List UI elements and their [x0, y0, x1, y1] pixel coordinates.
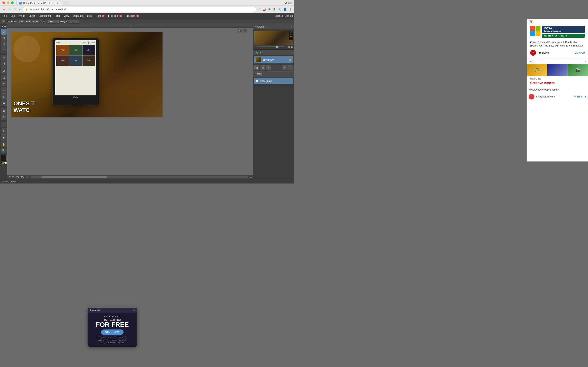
freebies-badge: 2: [136, 15, 139, 17]
scroll-right-button[interactable]: ▶: [250, 176, 251, 179]
signup-link[interactable]: Sign up: [285, 15, 293, 17]
clone-tool[interactable]: ⎘: [1, 94, 7, 100]
layer-fx-button[interactable]: ✦: [266, 66, 271, 70]
minimize-button[interactable]: [7, 1, 9, 4]
toolbox-nav: ◀ ▶: [1, 25, 6, 28]
menu-free-tool[interactable]: Free Tool 1: [107, 14, 124, 18]
layers-close[interactable]: ×: [291, 50, 292, 54]
swatch-white[interactable]: [5, 162, 7, 163]
browser-tab[interactable]: P Online Photo Editor | Pixlr Edit... ×: [16, 1, 61, 5]
layer-name: Background: [263, 58, 287, 61]
swatch-black[interactable]: [1, 162, 2, 163]
car-icon-button[interactable]: 🚗: [262, 7, 267, 12]
menu-freebies[interactable]: Freebies 2: [124, 14, 141, 18]
menu-edit[interactable]: Edit: [9, 14, 16, 18]
nav-x: X:: [290, 31, 292, 33]
color-preview[interactable]: [1, 155, 7, 161]
burn-tool[interactable]: ●: [1, 128, 7, 133]
zoom-slider[interactable]: [256, 47, 285, 47]
constraint-select[interactable]: No restriction: [19, 20, 39, 23]
swatch-lgray[interactable]: [4, 162, 5, 163]
navigator-header[interactable]: Navigator ×: [253, 24, 294, 29]
navigator-thumb[interactable]: X: Y: W: H:: [254, 31, 293, 45]
eyedropper-tool[interactable]: ⊕: [1, 61, 7, 67]
canvas-fullscreen-button[interactable]: ⊡: [238, 29, 242, 33]
login-link[interactable]: Login: [275, 15, 281, 17]
menu-filter[interactable]: Filter: [53, 14, 62, 18]
settings-button[interactable]: ⚙: [273, 7, 277, 12]
image-text-overlay: ONES TWATC: [13, 100, 35, 113]
close-button[interactable]: [2, 1, 5, 4]
layer-mask-button[interactable]: ◫: [260, 66, 265, 70]
eye-button[interactable]: 👁: [268, 7, 272, 12]
navigator-close[interactable]: ×: [291, 25, 292, 28]
editor-toolbar: ✥ Constraint: No restriction Width: Heig…: [0, 19, 294, 24]
reload-button[interactable]: ✕: [13, 7, 17, 11]
select-tool[interactable]: ⊡: [1, 35, 7, 41]
extensions-button[interactable]: 🔧: [277, 7, 282, 12]
font-badge: 4: [102, 15, 104, 17]
menu-layer[interactable]: Layer: [27, 14, 36, 18]
height-input[interactable]: [69, 20, 79, 23]
history-item-open-image[interactable]: 📄 Open Image: [254, 78, 293, 84]
nav-h: H:: [290, 37, 292, 39]
shape-tool[interactable]: □: [1, 114, 7, 120]
zoom-tool[interactable]: 🔍: [1, 148, 7, 153]
navigator-content: X: Y: W: H: − + 81 %: [253, 29, 294, 49]
menu-file[interactable]: File: [1, 14, 8, 18]
menu-button[interactable]: ⋮: [288, 7, 292, 12]
tab-close-icon[interactable]: ×: [57, 2, 58, 4]
layer-more-button[interactable]: ⋯: [288, 66, 293, 70]
new-tab-button[interactable]: [63, 1, 69, 5]
menu-adjustment[interactable]: Adjustment: [37, 14, 52, 18]
scrollbar-horizontal[interactable]: [31, 176, 248, 178]
menu-image[interactable]: Image: [17, 14, 27, 18]
swatch-green[interactable]: [2, 163, 4, 164]
history-header[interactable]: History ×: [253, 71, 294, 77]
toolbox-next[interactable]: ▶: [4, 25, 6, 28]
menu-language[interactable]: Language: [71, 14, 85, 18]
eraser-tool[interactable]: ◻: [1, 75, 7, 80]
home-button[interactable]: ⌂: [18, 7, 22, 11]
tab-favicon: P: [19, 2, 22, 4]
move-tool[interactable]: ✥: [1, 29, 7, 35]
swatch-blue[interactable]: [4, 163, 5, 164]
user-button[interactable]: 👤: [283, 7, 287, 12]
canvas-close-button[interactable]: ×: [243, 29, 247, 33]
swatch-gray[interactable]: [2, 162, 4, 163]
tool-separator-4: [1, 107, 6, 107]
canvas-content[interactable]: ⊡ × Olive ☁ Cloud / 📱 Device Vampi: [7, 28, 253, 175]
dodge-tool[interactable]: ○: [1, 122, 7, 127]
menu-font[interactable]: Font 4: [94, 14, 106, 18]
maximize-button[interactable]: [11, 1, 14, 4]
history-close[interactable]: ×: [291, 72, 292, 76]
toolbox-prev[interactable]: ◀: [1, 25, 3, 28]
back-button[interactable]: ←: [2, 7, 6, 11]
swatch-yellow[interactable]: [5, 163, 7, 164]
bookmark-button[interactable]: ☆: [258, 7, 261, 12]
layer-delete-button[interactable]: 🗑: [282, 66, 287, 70]
zoom-in-icon[interactable]: +: [285, 46, 287, 48]
width-input[interactable]: [48, 20, 59, 23]
zoom-out-icon[interactable]: −: [254, 46, 256, 48]
marquee-tool[interactable]: ⬚: [1, 41, 7, 47]
healing-tool[interactable]: ✚: [1, 100, 7, 106]
layer-group-button[interactable]: ⊞: [254, 66, 259, 70]
address-bar[interactable]: 🔒 Защищено https://pixlr.com/editor/: [23, 7, 256, 12]
menu-view[interactable]: View: [62, 14, 71, 18]
fill-tool[interactable]: ⬦: [1, 87, 7, 92]
pencil-tool[interactable]: ✏: [1, 81, 7, 86]
text-tool[interactable]: T: [1, 135, 7, 141]
menu-help[interactable]: Help: [86, 14, 94, 18]
brush-tool[interactable]: 🖌: [1, 68, 7, 74]
gradient-tool[interactable]: ▣: [1, 108, 7, 114]
lasso-tool[interactable]: ◌: [1, 47, 7, 53]
tool-separator-2: [1, 67, 6, 68]
hand-tool[interactable]: ✋: [1, 142, 7, 147]
crop-tool[interactable]: ✂: [1, 55, 7, 60]
layers-header[interactable]: Layers ×: [253, 50, 294, 55]
swatch-red[interactable]: [1, 163, 2, 164]
move-tool-icon: ✥: [2, 20, 5, 23]
forward-button[interactable]: →: [7, 7, 12, 11]
layer-background[interactable]: Background 🔒: [254, 56, 293, 63]
